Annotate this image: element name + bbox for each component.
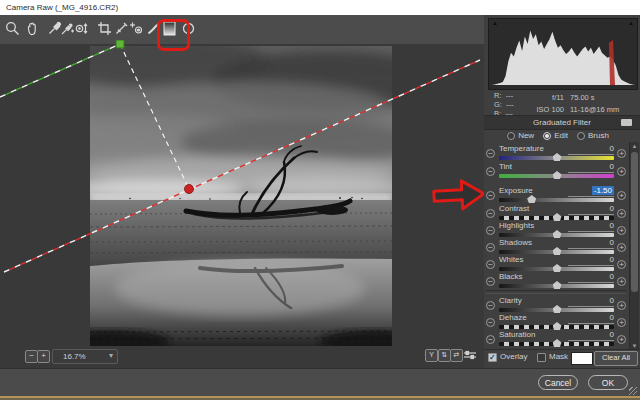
slider-value[interactable]: 0 <box>610 238 614 247</box>
slider-track[interactable] <box>499 267 614 271</box>
overlay-checkbox[interactable] <box>488 353 497 362</box>
slider-value[interactable]: 0 <box>610 313 614 322</box>
radio-icon[interactable] <box>543 132 551 140</box>
clear-all-button[interactable]: Clear All <box>594 351 638 366</box>
camera-raw-dialog: Camera Raw (_MG_4916.CR2) <box>0 0 640 400</box>
hand-tool-icon[interactable] <box>24 20 41 37</box>
radio-icon[interactable] <box>577 132 585 140</box>
slider-value[interactable]: 0 <box>610 144 614 153</box>
slider-value-selected[interactable]: -1.50 <box>592 186 614 195</box>
slider-thumb[interactable] <box>553 281 562 289</box>
shadow-clipping-icon[interactable]: ▲ <box>492 20 498 26</box>
slider-thumb[interactable] <box>527 195 536 203</box>
targeted-adjustment-icon[interactable] <box>73 20 90 37</box>
decrease-button[interactable]: − <box>486 318 495 327</box>
slider-saturation: − Saturation 0 + <box>486 330 628 348</box>
red-eye-removal-icon[interactable] <box>128 20 145 37</box>
decrease-button[interactable]: − <box>486 335 495 344</box>
decrease-button[interactable]: − <box>486 167 495 176</box>
slider-track[interactable] <box>499 156 614 160</box>
increase-button[interactable]: + <box>617 277 626 286</box>
mode-edit[interactable]: Edit <box>543 131 568 140</box>
slider-temperature: − Temperature 0 + <box>486 144 628 162</box>
preview-preferences-icon[interactable] <box>463 349 480 366</box>
decrease-button[interactable]: − <box>486 209 495 218</box>
decrease-button[interactable]: − <box>486 277 495 286</box>
slider-value[interactable]: 0 <box>610 221 614 230</box>
slider-value[interactable]: 0 <box>610 255 614 264</box>
preview-cycle-button[interactable]: Y <box>425 349 438 362</box>
slider-value[interactable]: 0 <box>610 296 614 305</box>
mode-brush[interactable]: Brush <box>577 131 609 140</box>
increase-button[interactable]: + <box>617 226 626 235</box>
slider-thumb[interactable] <box>553 213 562 221</box>
graduated-filter-icon[interactable] <box>161 20 178 37</box>
rgb-readout-g: G: --- <box>494 100 514 109</box>
title-bar: Camera Raw (_MG_4916.CR2) <box>0 0 640 15</box>
slider-thumb[interactable] <box>553 171 562 179</box>
panel-scrollbar[interactable]: ▲ ▼ <box>629 142 639 350</box>
mask-color-swatch[interactable] <box>571 352 593 365</box>
copy-settings-button[interactable]: ⇄ <box>450 349 463 362</box>
decrease-button[interactable]: − <box>486 149 495 158</box>
resize-grip[interactable] <box>629 387 637 395</box>
increase-button[interactable]: + <box>617 209 626 218</box>
radio-icon[interactable] <box>507 132 515 140</box>
slider-thumb[interactable] <box>553 230 562 238</box>
slider-thumb[interactable] <box>553 153 562 161</box>
scrollbar-thumb[interactable] <box>631 152 638 292</box>
increase-button[interactable]: + <box>617 191 626 200</box>
slider-value[interactable]: 0 <box>610 162 614 171</box>
decrease-button[interactable]: − <box>486 260 495 269</box>
increase-button[interactable]: + <box>617 260 626 269</box>
slider-value[interactable]: 0 <box>610 204 614 213</box>
slider-thumb[interactable] <box>553 322 562 330</box>
crop-icon[interactable] <box>96 20 113 37</box>
mask-checkbox[interactable] <box>537 353 546 362</box>
slider-clarity: − Clarity 0 + <box>486 296 628 314</box>
slider-blacks: − Blacks 0 + <box>486 272 628 290</box>
radial-filter-icon[interactable] <box>180 20 197 37</box>
decrease-button[interactable]: − <box>486 191 495 200</box>
mode-new[interactable]: New <box>507 131 534 140</box>
slider-thumb[interactable] <box>553 264 562 272</box>
slider-track[interactable] <box>499 284 614 288</box>
increase-button[interactable]: + <box>617 335 626 344</box>
slider-track[interactable] <box>499 325 614 329</box>
ok-button[interactable]: OK <box>588 375 628 390</box>
histogram[interactable]: ▲ ▲ <box>488 18 638 90</box>
slider-track[interactable] <box>499 308 614 312</box>
chevron-down-icon: ▾ <box>109 351 113 360</box>
increase-button[interactable]: + <box>617 318 626 327</box>
zoom-tool-icon[interactable] <box>4 20 21 37</box>
photo-preview[interactable] <box>90 46 392 346</box>
decrease-button[interactable]: − <box>486 301 495 310</box>
scroll-up-icon[interactable]: ▲ <box>630 143 639 149</box>
adjustment-brush-icon[interactable] <box>145 20 162 37</box>
slider-contrast: − Contrast 0 + <box>486 204 628 222</box>
slider-exposure: − Exposure -1.50 + <box>486 186 628 204</box>
zoom-in-button[interactable]: + <box>37 350 50 363</box>
increase-button[interactable]: + <box>617 167 626 176</box>
decrease-button[interactable]: − <box>486 243 495 252</box>
zoom-level-select[interactable]: 16.7% ▾ <box>52 349 118 364</box>
decrease-button[interactable]: − <box>486 226 495 235</box>
slider-track[interactable] <box>499 233 614 237</box>
slider-thumb[interactable] <box>553 305 562 313</box>
slider-track[interactable] <box>499 216 614 220</box>
slider-thumb[interactable] <box>553 339 562 347</box>
mode-selector: New Edit Brush <box>484 129 632 142</box>
highlight-clipping-icon[interactable]: ▲ <box>628 20 634 26</box>
slider-track[interactable] <box>499 342 614 346</box>
slider-value[interactable]: 0 <box>610 272 614 281</box>
slider-track[interactable] <box>499 174 614 178</box>
slider-track[interactable] <box>499 250 614 254</box>
slider-track[interactable] <box>499 198 614 202</box>
slider-thumb[interactable] <box>553 247 562 255</box>
increase-button[interactable]: + <box>617 301 626 310</box>
graduated-filter-panel-icon <box>621 119 632 126</box>
increase-button[interactable]: + <box>617 243 626 252</box>
slider-value[interactable]: 0 <box>610 330 614 339</box>
cancel-button[interactable]: Cancel <box>538 375 578 390</box>
increase-button[interactable]: + <box>617 149 626 158</box>
